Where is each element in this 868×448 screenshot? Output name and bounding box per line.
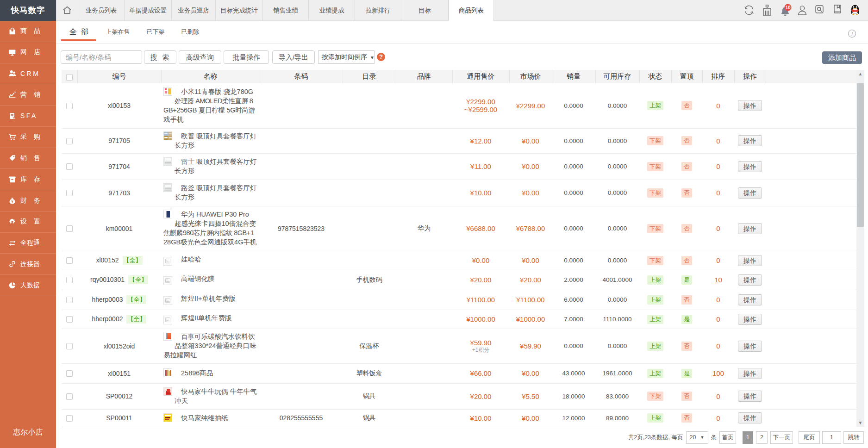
svg-text:i: i <box>851 31 853 37</box>
svg-text:10: 10 <box>785 5 791 10</box>
